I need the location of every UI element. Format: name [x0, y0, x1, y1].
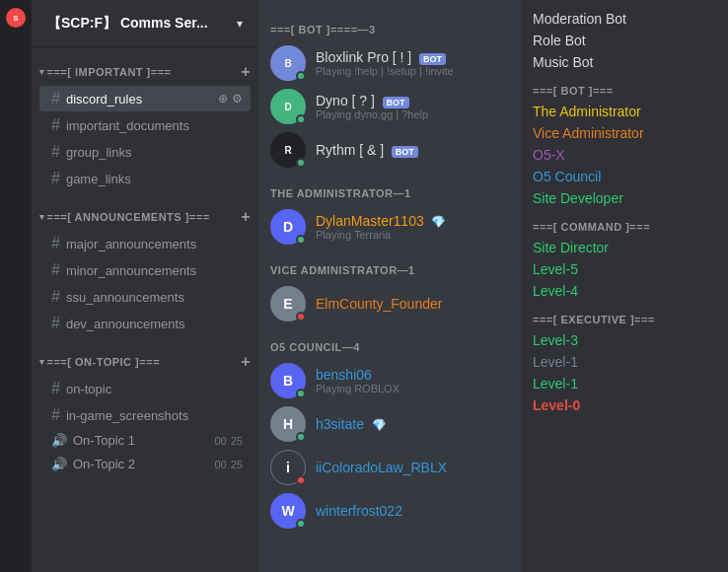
- category-announcements[interactable]: ▾ ===[ ANNOUNCEMENTS ]=== +: [32, 192, 258, 230]
- channel-game-links[interactable]: # game_links: [39, 166, 251, 191]
- add-member-icon[interactable]: ⊕: [218, 92, 228, 106]
- chevron-icon: ▾: [39, 67, 45, 77]
- member-name: benshi06: [316, 367, 521, 383]
- member-info: Dyno [ ? ] BOT Playing dyno.gg | ?help: [316, 93, 521, 120]
- channel-ssu-announcements[interactable]: # ssu_announcements: [39, 284, 251, 310]
- channel-name: ssu_announcements: [66, 290, 184, 305]
- member-elmcounty[interactable]: E ElmCounty_Founder: [270, 282, 521, 325]
- right-member-level5[interactable]: Level-5: [521, 258, 728, 280]
- member-h3sitate[interactable]: H h3sitate 💎: [270, 402, 521, 446]
- member-winterfrost[interactable]: W winterfrost022: [270, 489, 521, 533]
- member-info: benshi06 Playing ROBLOX: [316, 367, 521, 394]
- server-header[interactable]: 【SCP:F】 Comms Ser... ▾: [32, 0, 258, 47]
- right-member-level1-gray[interactable]: Level-1: [521, 351, 728, 373]
- settings-icon[interactable]: ⚙: [232, 92, 243, 106]
- add-channel-button[interactable]: +: [241, 63, 251, 81]
- voice-channel-on-topic-2[interactable]: 🔊 On-Topic 2 00 25: [39, 453, 251, 475]
- status-dnd-dot: [296, 475, 306, 485]
- channel-important-documents[interactable]: # important_documents: [39, 112, 251, 138]
- member-name-text: Dyno [ ? ]: [316, 93, 375, 108]
- voice-count-users: 00: [215, 435, 227, 447]
- hash-icon: #: [51, 235, 60, 252]
- server-icon-bar: S: [0, 0, 32, 572]
- the-administrator-category: THE ADMINISTRATOR—1: [270, 172, 521, 205]
- right-member-vice-administrator[interactable]: Vice Administrator: [521, 122, 728, 144]
- avatar: D: [270, 209, 306, 245]
- chevron-icon: ▾: [39, 357, 45, 367]
- right-member-name: Level-3: [533, 332, 578, 348]
- member-iicolorado[interactable]: i iiColoradoLaw_RBLX: [270, 446, 521, 489]
- chevron-icon: ▾: [39, 212, 45, 222]
- voice-channel-on-topic-1[interactable]: 🔊 On-Topic 1 00 25: [39, 429, 251, 452]
- status-online-dot: [296, 235, 306, 245]
- right-member-level3[interactable]: Level-3: [521, 329, 728, 351]
- right-member-moderation-bot[interactable]: Moderation Bot: [521, 8, 728, 30]
- channel-major-announcements[interactable]: # major_announcements: [39, 231, 251, 256]
- chevron-down-icon: ▾: [237, 17, 243, 31]
- right-member-level1-green[interactable]: Level-1: [521, 373, 728, 394]
- right-member-music-bot[interactable]: Music Bot: [521, 51, 728, 73]
- member-rythm[interactable]: R Rythm [ & ] BOT: [270, 128, 521, 172]
- bot-badge: BOT: [392, 146, 418, 158]
- hash-icon: #: [51, 261, 60, 279]
- channel-minor-announcements[interactable]: # minor_announcements: [39, 257, 251, 283]
- channel-name: important_documents: [66, 118, 189, 133]
- category-important[interactable]: ▾ ===[ IMPORTANT ]=== +: [32, 47, 258, 85]
- right-member-o5-council[interactable]: O5 Council: [521, 166, 728, 187]
- right-member-name: Level-1: [533, 354, 578, 370]
- channel-in-game-screenshots[interactable]: # in-game_screenshots: [39, 402, 251, 428]
- status-online-dot: [296, 389, 306, 398]
- channel-dev-announcements[interactable]: # dev_announcements: [39, 311, 251, 336]
- member-name-text: Bloxlink Pro [ ! ]: [316, 49, 411, 65]
- right-member-name: Level-0: [533, 397, 580, 413]
- member-dyno[interactable]: D Dyno [ ? ] BOT Playing dyno.gg | ?help: [270, 85, 521, 128]
- right-member-site-developer[interactable]: Site Developer: [521, 187, 728, 209]
- member-name-text: DylanMaster1103: [316, 213, 424, 229]
- members-panel: ===[ BOT ]====—3 B Bloxlink Pro [ ! ] BO…: [258, 0, 521, 572]
- channel-sidebar: 【SCP:F】 Comms Ser... ▾ ▾ ===[ IMPORTANT …: [32, 0, 258, 572]
- right-member-the-administrator[interactable]: The Administrator: [521, 101, 728, 122]
- channel-discord-rules[interactable]: # discord_rules ⊕ ⚙: [39, 86, 251, 111]
- channel-name: group_links: [66, 145, 132, 160]
- channel-name: in-game_screenshots: [66, 408, 188, 423]
- member-name: h3sitate 💎: [316, 416, 521, 432]
- member-activity: Playing Terraria: [316, 229, 521, 241]
- add-channel-button[interactable]: +: [241, 353, 251, 371]
- server-name: 【SCP:F】 Comms Ser...: [47, 15, 237, 33]
- bot-category: ===[ BOT ]====—3: [270, 8, 521, 41]
- hash-icon: #: [51, 143, 60, 161]
- member-name: ElmCounty_Founder: [316, 296, 521, 312]
- member-benshi06[interactable]: B benshi06 Playing ROBLOX: [270, 359, 521, 402]
- voice-channel-name: On-Topic 1: [73, 433, 135, 448]
- channel-group-links[interactable]: # group_links: [39, 139, 251, 165]
- member-bloxlink[interactable]: B Bloxlink Pro [ ! ] BOT Playing !help |…: [270, 41, 521, 85]
- channel-name: game_links: [66, 172, 131, 186]
- right-member-name: Level-1: [533, 376, 578, 392]
- right-member-level4[interactable]: Level-4: [521, 280, 728, 302]
- add-channel-button[interactable]: +: [241, 208, 251, 226]
- channel-on-topic[interactable]: # on-topic: [39, 376, 251, 401]
- category-on-topic[interactable]: ▾ ===[ ON-TOPIC ]=== +: [32, 337, 258, 375]
- bot-badge: BOT: [419, 53, 446, 65]
- channel-name: discord_rules: [66, 92, 142, 107]
- right-member-site-director[interactable]: Site Director: [521, 237, 728, 258]
- right-member-name: Role Bot: [533, 33, 586, 48]
- channel-name: on-topic: [66, 382, 111, 396]
- status-online-dot: [296, 71, 306, 81]
- avatar: D: [270, 89, 306, 124]
- member-name: Rythm [ & ] BOT: [316, 142, 521, 158]
- right-member-role-bot[interactable]: Role Bot: [521, 30, 728, 51]
- member-name: Dyno [ ? ] BOT: [316, 93, 521, 108]
- avatar: E: [270, 286, 306, 322]
- vice-administrator-category: VICE ADMINISTRATOR—1: [270, 249, 521, 282]
- member-name-text: benshi06: [316, 367, 372, 383]
- server-icon[interactable]: S: [6, 8, 26, 28]
- avatar: H: [270, 406, 306, 442]
- status-online-dot: [296, 114, 306, 124]
- main-content: ===[ BOT ]====—3 B Bloxlink Pro [ ! ] BO…: [258, 0, 521, 572]
- member-dylanmaster[interactable]: D DylanMaster1103 💎 Playing Terraria: [270, 205, 521, 249]
- member-name: winterfrost022: [316, 503, 521, 519]
- right-member-level0[interactable]: Level-0: [521, 394, 728, 416]
- status-online-dot: [296, 158, 306, 168]
- right-member-o5x[interactable]: O5-X: [521, 144, 728, 166]
